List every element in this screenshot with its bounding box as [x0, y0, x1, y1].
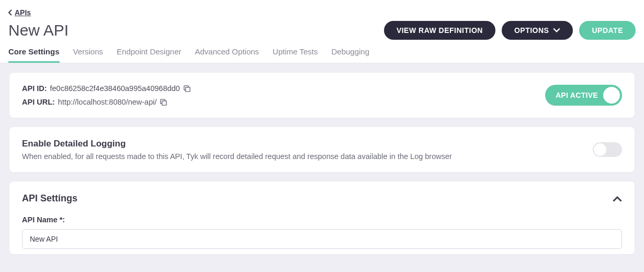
logging-title: Enable Detailed Logging: [22, 139, 452, 149]
api-name-label: API Name *:: [22, 216, 622, 224]
tab-versions[interactable]: Versions: [73, 47, 104, 63]
api-settings-card: API Settings API Name *:: [9, 182, 635, 254]
update-button[interactable]: UPDATE: [579, 21, 636, 40]
tabs: Core Settings Versions Endpoint Designer…: [0, 40, 644, 63]
tab-advanced-options[interactable]: Advanced Options: [195, 47, 259, 63]
tab-uptime-tests[interactable]: Uptime Tests: [273, 47, 318, 63]
api-settings-title: API Settings: [22, 193, 77, 204]
logging-card: Enable Detailed Logging When enabled, fo…: [9, 127, 635, 172]
page-title: New API: [8, 21, 69, 39]
chevron-left-icon: [8, 9, 13, 16]
chevron-down-icon: [553, 27, 560, 34]
tab-core-settings[interactable]: Core Settings: [8, 47, 60, 63]
api-id-value: fe0c86258c2f4e38460a995a40968dd0: [50, 84, 180, 93]
api-id-label: API ID:: [22, 84, 47, 93]
options-button-label: OPTIONS: [514, 26, 549, 35]
api-name-input[interactable]: [22, 229, 622, 249]
tab-endpoint-designer[interactable]: Endpoint Designer: [117, 47, 181, 63]
options-button[interactable]: OPTIONS: [502, 21, 573, 40]
toggle-knob: [603, 87, 620, 104]
view-raw-definition-button[interactable]: VIEW RAW DEFINITION: [384, 21, 495, 40]
breadcrumb-label: APIs: [15, 8, 31, 17]
header-actions: VIEW RAW DEFINITION OPTIONS UPDATE: [384, 21, 636, 40]
copy-icon[interactable]: [183, 85, 191, 93]
api-url-value: http://localhost:8080/new-api/: [58, 98, 157, 106]
copy-icon[interactable]: [160, 98, 167, 106]
toggle-knob: [594, 143, 606, 156]
svg-rect-0: [186, 87, 190, 91]
logging-description: When enabled, for all requests made to t…: [22, 152, 452, 161]
breadcrumb-apis[interactable]: APIs: [8, 8, 31, 17]
api-active-label: API ACTIVE: [556, 91, 598, 99]
api-active-toggle[interactable]: API ACTIVE: [545, 85, 622, 106]
chevron-up-icon[interactable]: [613, 194, 622, 203]
api-info-card: API ID: fe0c86258c2f4e38460a995a40968dd0…: [9, 73, 635, 118]
svg-rect-1: [162, 100, 166, 105]
tab-debugging[interactable]: Debugging: [331, 47, 369, 63]
api-url-label: API URL:: [22, 98, 55, 106]
logging-toggle[interactable]: [593, 142, 622, 157]
